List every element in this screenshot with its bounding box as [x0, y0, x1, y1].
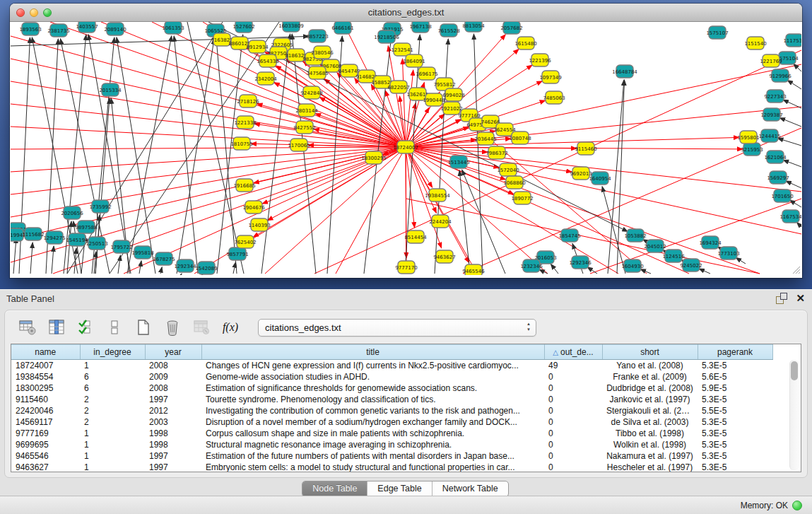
graph-node[interactable]: 2089140	[104, 23, 126, 35]
graph-node[interactable]: 9245022	[680, 259, 702, 271]
column-header-name[interactable]: name	[11, 345, 80, 360]
graph-node[interactable]: 1916685	[233, 179, 255, 192]
graph-node[interactable]: 1694324	[699, 236, 722, 249]
table-cell[interactable]: 9699695	[11, 439, 80, 450]
table-cell[interactable]: Stergiakouli et al. (2012)	[602, 405, 698, 416]
graph-node[interactable]: 1513445	[447, 156, 469, 168]
graph-node[interactable]: 1773103	[717, 247, 739, 259]
select-rows-icon[interactable]	[76, 317, 95, 337]
table-cell[interactable]: 0	[544, 405, 602, 416]
graph-node[interactable]: 1170065	[288, 139, 310, 151]
table-row[interactable]: 1872400712008Changes of HCN gene express…	[11, 360, 772, 372]
column-header-in_degree[interactable]: in_degree	[80, 345, 145, 360]
graph-node[interactable]: 1061353	[162, 22, 184, 34]
graph-node[interactable]: 9129966	[769, 69, 792, 82]
table-cell[interactable]: de Silva et al. (2003)	[602, 416, 698, 428]
table-cell[interactable]: 49	[544, 360, 602, 372]
network-window-titlebar[interactable]: citations_edges.txt	[10, 4, 802, 22]
graph-node[interactable]: 16033809	[278, 22, 304, 32]
minimize-window-button[interactable]	[30, 8, 38, 17]
graph-node[interactable]: 1053882	[624, 229, 646, 242]
graph-node[interactable]: 1209387	[760, 108, 782, 121]
table-cell[interactable]: 0	[544, 382, 602, 394]
table-cell[interactable]: 1	[80, 462, 145, 472]
table-cell[interactable]: Estimation of significance thresholds fo…	[201, 382, 544, 394]
table-cell[interactable]: 0	[544, 394, 602, 405]
table-cell[interactable]: 2012	[145, 405, 201, 416]
graph-node[interactable]: 1080748	[509, 132, 531, 144]
graph-node[interactable]: 9857791	[226, 247, 248, 260]
row-height-icon[interactable]	[105, 317, 124, 337]
table-cell[interactable]: 9463627	[11, 462, 80, 472]
column-header-out_de[interactable]: △out_de...	[544, 345, 602, 360]
table-cell[interactable]: 19384554	[11, 371, 80, 382]
graph-node[interactable]: 6994028	[442, 88, 464, 101]
graph-node[interactable]: 1990448	[423, 93, 445, 106]
tab-node-table[interactable]: Node Table	[302, 481, 367, 496]
graph-node[interactable]: 19384554	[425, 189, 450, 201]
graph-node[interactable]: 1569297	[767, 171, 789, 184]
table-cell[interactable]: 0	[544, 416, 602, 428]
graph-node[interactable]: 8813054	[462, 22, 485, 32]
table-cell[interactable]: 2	[80, 416, 145, 428]
window-resize-grip[interactable]	[791, 264, 801, 274]
graph-node[interactable]: 1604930	[621, 259, 643, 272]
table-cell[interactable]: Yano et al. (2008)	[602, 360, 698, 372]
table-cell[interactable]: 2008	[145, 382, 201, 394]
table-row[interactable]: 1456911722003Disruption of a novel membe…	[11, 416, 772, 428]
graph-node[interactable]: 1167534	[779, 210, 801, 223]
graph-node[interactable]: 1696175	[416, 67, 437, 80]
graph-node[interactable]: 1244415	[758, 129, 780, 142]
graph-node[interactable]: 9777170	[395, 261, 417, 274]
table-cell[interactable]: Disruption of a novel member of a sodium…	[201, 416, 544, 428]
table-cell[interactable]: 1998	[145, 428, 201, 439]
table-cell[interactable]: 0	[544, 450, 602, 462]
graph-node[interactable]: 2342004	[254, 72, 277, 85]
table-cell[interactable]: 9465546	[11, 450, 80, 462]
graph-node[interactable]: 3475685	[306, 66, 328, 79]
network-table-selector[interactable]: citations_edges.txt ▲▼	[258, 319, 536, 337]
graph-node[interactable]: 1140393	[248, 218, 270, 231]
graph-node[interactable]: 1294275	[43, 231, 65, 244]
table-cell[interactable]: 5.5E-5	[698, 405, 772, 416]
graph-node[interactable]: 2380546	[311, 46, 334, 59]
graph-node[interactable]: 2381735	[47, 24, 69, 37]
graph-node[interactable]: 1678275	[153, 252, 175, 265]
table-row[interactable]: 969969511998Structural magnetic resonanc…	[11, 439, 772, 450]
graph-node[interactable]: 8857223	[306, 30, 328, 42]
table-cell[interactable]: 1	[80, 360, 145, 372]
graph-node[interactable]: 1810755	[230, 137, 252, 150]
table-cell[interactable]: 5.3E-5	[698, 462, 772, 472]
graph-node[interactable]: 1527602	[233, 22, 254, 33]
table-cell[interactable]: 1997	[145, 394, 201, 405]
graph-node[interactable]: 1292346	[569, 256, 592, 269]
table-cell[interactable]: 9777169	[11, 428, 80, 439]
table-row[interactable]: 911546021997Tourette syndrome. Phenomeno…	[11, 394, 772, 405]
graph-node[interactable]: 2045012	[644, 240, 666, 252]
column-header-short[interactable]: short	[602, 345, 698, 360]
table-cell[interactable]: Dudbridge et al. (2008)	[602, 382, 698, 394]
table-cell[interactable]: 1997	[145, 462, 201, 472]
graph-node[interactable]: 1232346	[520, 259, 543, 272]
table-cell[interactable]: Corpus callosum shape and size in male p…	[201, 428, 544, 439]
table-cell[interactable]: 0	[544, 371, 602, 382]
table-cell[interactable]: 5.3E-5	[698, 450, 772, 462]
table-cell[interactable]: 2009	[145, 371, 201, 382]
close-window-button[interactable]	[16, 8, 25, 17]
graph-node[interactable]: 2718126	[237, 95, 259, 107]
graph-node[interactable]: 3215953	[741, 143, 763, 156]
table-row[interactable]: 946554611997Estimation of the future num…	[11, 450, 772, 462]
graph-node[interactable]: 9115460	[575, 142, 596, 155]
graph-node[interactable]: 1545194	[66, 233, 88, 246]
table-cell[interactable]: Wolkin et al. (1998)	[602, 439, 698, 450]
graph-node[interactable]: 1595801	[737, 131, 759, 144]
graph-node[interactable]: 2015334	[99, 83, 122, 96]
table-cell[interactable]: 1	[80, 450, 145, 462]
graph-node[interactable]: 2020656	[61, 206, 83, 219]
graph-node[interactable]: 1124516	[662, 250, 685, 262]
graph-node[interactable]: 1068860	[503, 176, 525, 189]
table-cell[interactable]: 2008	[145, 360, 201, 372]
graph-node[interactable]: 2803144	[295, 104, 318, 117]
table-cell[interactable]: Tibbo et al. (1998)	[602, 428, 698, 439]
tab-network-table[interactable]: Network Table	[433, 481, 508, 496]
